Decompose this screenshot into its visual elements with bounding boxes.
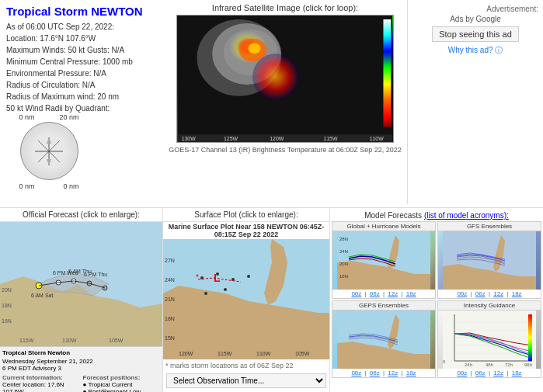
ads-by-google: Ads by Google: [412, 15, 538, 23]
svg-text:21N: 21N: [165, 297, 175, 302]
svg-rect-78: [528, 314, 532, 361]
gfs-ensemble-image[interactable]: [438, 231, 541, 290]
svg-point-45: [224, 288, 227, 291]
svg-text:20N: 20N: [339, 262, 348, 266]
svg-text:6 AM Sat: 6 AM Sat: [31, 293, 53, 298]
wind-diagram: 0 nm 20 nm 0 nm 0 nm: [6, 122, 92, 199]
svg-point-46: [204, 292, 207, 295]
satellite-section[interactable]: Infrared Satellite Image (click for loop…: [163, 0, 407, 204]
svg-text:125W: 125W: [224, 136, 238, 141]
svg-text:48h: 48h: [486, 363, 493, 367]
svg-text:15N: 15N: [165, 335, 175, 341]
surface-map-graphic: L * 27N 24N 21N 18N 15N 120W 115W: [163, 239, 329, 359]
svg-text:24N: 24N: [165, 277, 175, 283]
svg-text:16N: 16N: [339, 274, 348, 279]
svg-text:120W: 120W: [270, 136, 284, 141]
intensity-guidance-graphic: 0 24h 48h 72h 96h: [438, 310, 541, 369]
satellite-image-graphic: 130W 125W 120W 115W 110W: [177, 16, 393, 142]
geps-ensemble-item[interactable]: GEPS Ensembles 00z | 06z | 12z | 18z: [332, 300, 436, 378]
svg-text:115W: 115W: [323, 136, 338, 141]
storm-subtitle: As of 06:00 UTC Sep 22, 2022: Location: …: [6, 21, 157, 114]
svg-text:96h: 96h: [524, 363, 532, 367]
svg-marker-4: [47, 137, 51, 144]
svg-text:*: *: [196, 273, 199, 282]
surface-plot-title[interactable]: Surface Plot (click to enlarge):: [163, 208, 329, 222]
global-model-graphic: 28N 24N 20N 16N: [332, 231, 435, 290]
intensity-guidance-title: Intensity Guidance: [438, 301, 541, 310]
svg-text:110W: 110W: [370, 136, 385, 141]
svg-text:27N: 27N: [165, 258, 175, 263]
official-forecast-title[interactable]: Official Forecast (click to enlarge):: [0, 208, 162, 222]
global-model-image[interactable]: 28N 24N 20N 16N: [332, 231, 435, 290]
wind-ne-label: 20 nm: [59, 113, 78, 121]
gfs-ensemble-item[interactable]: GFS Ensembles 00z | 06z: [437, 221, 541, 299]
satellite-title[interactable]: Infrared Satellite Image (click for loop…: [166, 3, 404, 12]
svg-point-42: [216, 272, 219, 276]
storm-title: Tropical Storm NEWTON: [6, 5, 157, 19]
svg-rect-12: [178, 134, 393, 142]
surface-subtitle: Marine Surface Plot Near 158 NEWTON 06:4…: [163, 222, 329, 239]
svg-text:16N: 16N: [2, 318, 12, 324]
svg-text:115W: 115W: [19, 338, 34, 343]
official-forecast-panel: Official Forecast (click to enlarge): No…: [0, 208, 163, 392]
advertisement-section: Advertisement: Ads by Google Stop seeing…: [407, 0, 543, 204]
svg-text:130W: 130W: [182, 136, 197, 141]
svg-marker-5: [47, 159, 51, 165]
model-forecasts-title: Model Forecasts (list of model acronyms)…: [332, 210, 541, 221]
intensity-time-links[interactable]: 00z | 06z | 12z | 18z: [438, 369, 541, 377]
observation-time-select[interactable]: Select Observation Time...: [166, 373, 326, 388]
svg-text:115W: 115W: [218, 351, 232, 356]
svg-text:105W: 105W: [295, 351, 310, 356]
surface-plot-panel: Surface Plot (click to enlarge): Marine …: [163, 208, 330, 392]
surface-note: * marks storm locations as of 06Z Sep 22: [163, 359, 329, 372]
model-acronyms-link[interactable]: (list of model acronyms):: [424, 211, 509, 220]
global-model-item[interactable]: Global + Hurricane Models 28N 24N 20N 16…: [332, 221, 436, 299]
satellite-timestamp: GOES-17 Channel 13 (IR) Brightness Tempe…: [166, 146, 404, 154]
svg-text:110W: 110W: [62, 338, 77, 343]
svg-text:18N: 18N: [165, 316, 175, 321]
storm-info-panel: Tropical Storm NEWTON As of 06:00 UTC Se…: [0, 0, 163, 204]
model-grid: Global + Hurricane Models 28N 24N 20N 16…: [332, 221, 541, 378]
satellite-image[interactable]: 130W 125W 120W 115W 110W: [176, 15, 394, 143]
official-forecast-map[interactable]: Note: The cone contains the probable pat…: [0, 222, 162, 346]
forecast-map-graphic: 6 PM Wed 6 AM Thu 6 PM Thu 6 AM Sat 20N …: [0, 222, 162, 346]
svg-text:105W: 105W: [109, 338, 124, 343]
geps-ensemble-graphic: [332, 310, 435, 369]
gfs-ensemble-graphic: [438, 231, 541, 290]
svg-point-11: [249, 43, 261, 54]
svg-text:24h: 24h: [465, 363, 472, 367]
wind-se-label: 0 nm: [63, 182, 78, 190]
geps-ensemble-image[interactable]: [332, 310, 435, 369]
svg-text:20N: 20N: [2, 287, 12, 293]
gfs-time-links[interactable]: 00z | 06z | 12z | 18z: [438, 290, 541, 298]
gfs-ensemble-title: GFS Ensembles: [438, 222, 541, 231]
model-forecasts-panel: Model Forecasts (list of model acronyms)…: [330, 208, 543, 392]
geps-ensemble-title: GEPS Ensembles: [332, 301, 435, 310]
svg-text:28N: 28N: [339, 237, 348, 241]
svg-text:120W: 120W: [179, 351, 193, 356]
compass-rose-icon: [33, 136, 64, 167]
svg-text:110W: 110W: [256, 351, 271, 356]
stop-seeing-button[interactable]: Stop seeing this ad: [432, 26, 519, 42]
svg-text:6 PM Thu: 6 PM Thu: [84, 272, 107, 277]
surface-map[interactable]: L * 27N 24N 21N 18N 15N 120W 115W: [163, 239, 329, 359]
forecast-info-bar: Tropical Storm Newton Wednesday Septembe…: [0, 346, 162, 392]
wind-sw-label: 0 nm: [19, 182, 35, 190]
svg-rect-18: [383, 19, 391, 127]
svg-text:24N: 24N: [339, 249, 348, 254]
svg-point-44: [247, 275, 250, 278]
svg-text:72h: 72h: [505, 363, 513, 367]
global-model-title: Global + Hurricane Models: [332, 222, 435, 231]
ad-label: Advertisement:: [412, 5, 538, 13]
svg-text:18N: 18N: [2, 303, 12, 308]
wind-nw-label: 0 nm: [19, 113, 35, 121]
intensity-guidance-item[interactable]: Intensity Guidance: [437, 300, 541, 378]
geps-time-links[interactable]: 00z | 06z | 12z | 18z: [332, 369, 435, 377]
intensity-guidance-image[interactable]: 0 24h 48h 72h 96h: [438, 310, 541, 369]
global-model-time-links[interactable]: 00z | 06z | 12z | 18z: [332, 290, 435, 298]
why-this-ad-link[interactable]: Why this ad? ⓘ: [412, 45, 538, 56]
